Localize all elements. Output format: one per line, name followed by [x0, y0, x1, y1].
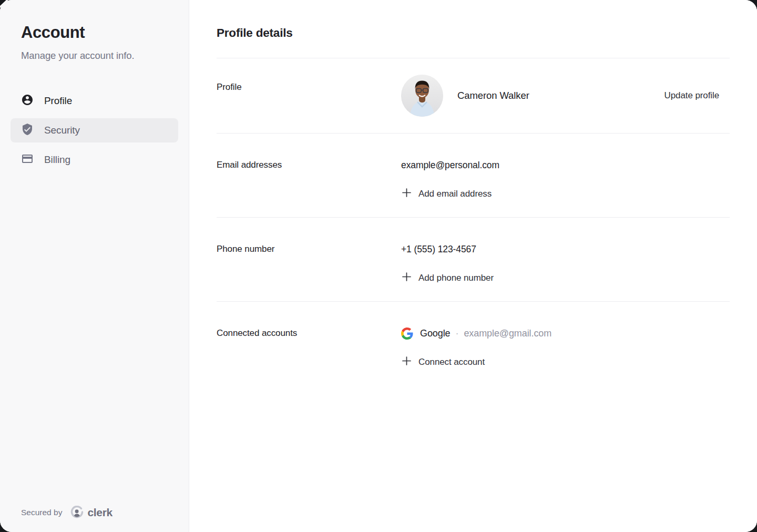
email-section: Email addresses example@personal.com Add…	[217, 134, 730, 217]
credit-card-icon	[21, 152, 34, 168]
connect-account-button[interactable]: Connect account	[401, 356, 485, 368]
account-modal: Account Manage your account info. Profil…	[0, 0, 757, 532]
sidebar-item-label: Profile	[44, 95, 72, 107]
phone-section-label: Phone number	[217, 243, 401, 284]
profile-section: Profile	[217, 58, 730, 133]
sidebar-item-security[interactable]: Security	[11, 118, 178, 142]
add-phone-label: Add phone number	[418, 273, 494, 283]
update-profile-button[interactable]: Update profile	[664, 90, 719, 101]
secured-by-clerk: Secured by clerk	[21, 506, 112, 519]
add-phone-button[interactable]: Add phone number	[401, 272, 494, 284]
connected-account-email: example@gmail.com	[464, 327, 551, 340]
provider-name: Google	[420, 327, 450, 340]
profile-section-label: Profile	[217, 58, 401, 94]
user-name: Cameron Walker	[457, 90, 529, 101]
google-icon	[401, 328, 413, 340]
sidebar-item-profile[interactable]: Profile	[11, 89, 178, 113]
shield-check-icon	[21, 123, 34, 138]
sidebar: Account Manage your account info. Profil…	[0, 0, 189, 532]
plus-icon	[402, 272, 411, 284]
clerk-logo-icon	[70, 506, 84, 519]
dot-separator: ·	[455, 327, 458, 340]
connect-account-label: Connect account	[418, 357, 485, 367]
connected-account-item: Google · example@gmail.com	[401, 327, 730, 340]
profile-details-panel: Profile details Profile	[189, 0, 757, 532]
connected-accounts-section: Connected accounts Google · example@gmai…	[217, 302, 730, 385]
sidebar-item-billing[interactable]: Billing	[11, 148, 178, 172]
phone-section: Phone number +1 (555) 123-4567 Add phone…	[217, 218, 730, 301]
clerk-brand-label: clerk	[87, 506, 112, 519]
add-email-button[interactable]: Add email address	[401, 188, 492, 200]
plus-icon	[402, 188, 411, 200]
sidebar-nav: Profile Security Billing	[11, 89, 178, 172]
panel-title: Profile details	[217, 0, 730, 58]
sidebar-item-label: Security	[44, 125, 80, 136]
email-value: example@personal.com	[401, 159, 730, 171]
add-email-label: Add email address	[418, 189, 492, 199]
page-subtitle: Manage your account info.	[21, 50, 178, 62]
avatar	[401, 75, 443, 117]
secured-by-label: Secured by	[21, 508, 62, 517]
sidebar-item-label: Billing	[44, 154, 70, 166]
connected-accounts-label: Connected accounts	[217, 327, 401, 368]
phone-value: +1 (555) 123-4567	[401, 243, 730, 255]
email-section-label: Email addresses	[217, 159, 401, 200]
page-title: Account	[21, 23, 178, 42]
plus-icon	[402, 356, 411, 368]
user-circle-icon	[21, 94, 34, 109]
